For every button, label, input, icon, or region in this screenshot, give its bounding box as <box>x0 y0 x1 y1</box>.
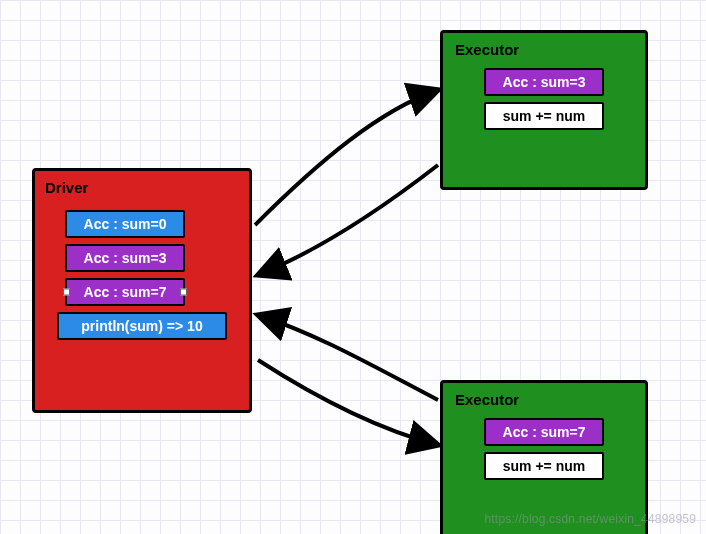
executor-1-code: sum += num <box>484 102 604 130</box>
executor-2-acc: Acc : sum=7 <box>484 418 604 446</box>
executor-2-title: Executor <box>455 391 633 408</box>
executor-2-code: sum += num <box>484 452 604 480</box>
executor-box-2: Executor Acc : sum=7 sum += num <box>440 380 648 534</box>
driver-item-println: println(sum) => 10 <box>57 312 227 340</box>
driver-title: Driver <box>45 179 239 196</box>
driver-item-acc-7: Acc : sum=7 <box>65 278 185 306</box>
executor-box-1: Executor Acc : sum=3 sum += num <box>440 30 648 190</box>
executor-1-acc: Acc : sum=3 <box>484 68 604 96</box>
driver-box: Driver Acc : sum=0 Acc : sum=3 Acc : sum… <box>32 168 252 413</box>
driver-item-acc-3: Acc : sum=3 <box>65 244 185 272</box>
executor-1-title: Executor <box>455 41 633 58</box>
watermark-text: https://blog.csdn.net/weixin_44898959 <box>484 512 696 526</box>
driver-item-acc-0: Acc : sum=0 <box>65 210 185 238</box>
